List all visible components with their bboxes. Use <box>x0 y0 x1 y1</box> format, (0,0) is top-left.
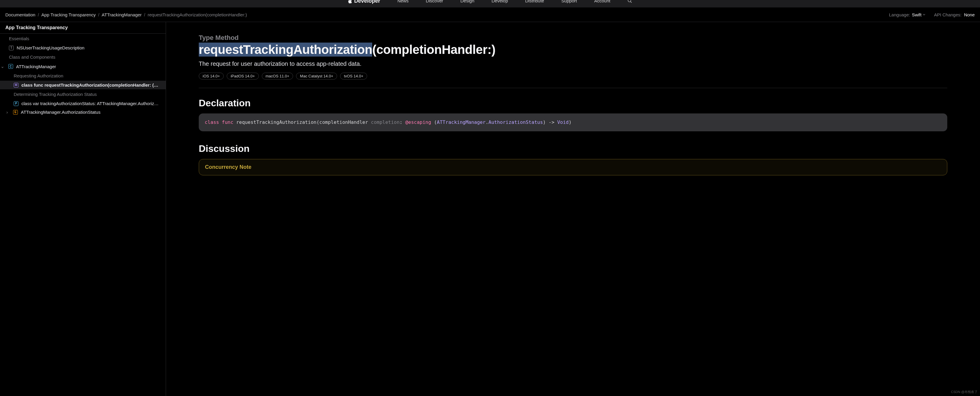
sidebar-section-determining: Determining Tracking Authorization Statu… <box>0 89 166 99</box>
sidebar-item-label: ATTrackingManager <box>16 64 56 69</box>
type-badge-icon: T <box>9 46 14 50</box>
property-badge-icon: P <box>14 101 18 106</box>
sidebar-item-label: NSUserTrackingUsageDescription <box>17 45 84 50</box>
sidebar-section-essentials: Essentials <box>0 34 166 43</box>
crumb-current: requestTrackingAuthorization(completionH… <box>148 12 247 17</box>
sidebar-item-label: class func requestTrackingAuthorization(… <box>21 83 161 88</box>
breadcrumb-separator: / <box>144 12 145 17</box>
sidebar: App Tracking Transparency Essentials T N… <box>0 22 166 396</box>
title-rest: (completionHandler:) <box>372 43 495 57</box>
breadcrumb-separator: / <box>38 12 39 17</box>
language-value: Swift <box>912 12 926 17</box>
brand-home[interactable]: Developer <box>348 0 380 4</box>
platform-pill: Mac Catalyst 14.0+ <box>296 73 337 80</box>
crumb-framework[interactable]: App Tracking Transparency <box>41 12 96 17</box>
method-badge-icon: M <box>14 83 18 88</box>
platform-pill: iPadOS 14.0+ <box>227 73 259 80</box>
declaration-code: class func requestTrackingAuthorization(… <box>199 113 947 131</box>
sub-bar: Documentation / App Tracking Transparenc… <box>0 8 980 22</box>
page-title: requestTrackingAuthorization(completionH… <box>199 43 947 56</box>
chevron-down-icon: ⌄ <box>1 64 4 69</box>
sub-bar-right: Language: Swift API Changes: None <box>889 12 975 17</box>
apple-logo-icon <box>348 0 353 3</box>
content: Type Method requestTrackingAuthorization… <box>166 22 980 396</box>
nav-support[interactable]: Support <box>562 0 577 3</box>
crumb-documentation[interactable]: Documentation <box>5 12 35 17</box>
api-changes: API Changes: None <box>934 12 975 17</box>
title-highlighted: requestTrackingAuthorization <box>199 43 372 57</box>
nav-news[interactable]: News <box>398 0 409 3</box>
concurrency-note-callout: Concurrency Note <box>199 159 947 176</box>
discussion-heading: Discussion <box>199 143 947 154</box>
global-nav: Developer News Discover Design Develop D… <box>0 0 980 8</box>
sidebar-section-class-components: Class and Components <box>0 52 166 62</box>
brand-label: Developer <box>354 0 380 4</box>
sidebar-item-attrackingmanager[interactable]: ⌄ C ATTrackingManager <box>0 62 166 71</box>
platform-pill: macOS 11.0+ <box>262 73 293 80</box>
sidebar-item-request-tracking-auth[interactable]: M class func requestTrackingAuthorizatio… <box>0 81 166 89</box>
api-changes-label: API Changes: <box>934 12 962 17</box>
watermark: CSDN @布熊夜了 <box>951 390 978 394</box>
svg-line-1 <box>630 2 632 3</box>
nav-distribute[interactable]: Distribute <box>525 0 544 3</box>
platform-pill: tvOS 14.0+ <box>340 73 367 80</box>
sidebar-item-usage-description[interactable]: T NSUserTrackingUsageDescription <box>0 43 166 52</box>
language-label: Language: <box>889 12 910 17</box>
main-split: App Tracking Transparency Essentials T N… <box>0 22 980 396</box>
api-changes-value: None <box>964 12 975 17</box>
search-icon[interactable] <box>627 0 632 4</box>
chevron-right-icon: › <box>5 110 9 115</box>
class-badge-icon: C <box>8 64 13 69</box>
nav-discover[interactable]: Discover <box>426 0 443 3</box>
enum-badge-icon: E <box>13 110 18 115</box>
sidebar-item-tracking-status-prop[interactable]: P class var trackingAuthorizationStatus:… <box>0 99 166 108</box>
sidebar-item-label: ATTrackingManager.AuthorizationStatus <box>21 110 100 115</box>
abstract: The request for user authorization to ac… <box>199 61 947 67</box>
symbol-kind-eyebrow: Type Method <box>199 34 947 42</box>
sidebar-item-label: class var trackingAuthorizationStatus: A… <box>21 101 161 106</box>
breadcrumb: Documentation / App Tracking Transparenc… <box>5 12 247 17</box>
chevron-down-icon <box>923 13 926 16</box>
sidebar-section-requesting: Requesting Authorization <box>0 71 166 81</box>
nav-develop[interactable]: Develop <box>492 0 508 3</box>
crumb-class[interactable]: ATTrackingManager <box>102 12 142 17</box>
sidebar-item-authorization-status-enum[interactable]: › E ATTrackingManager.AuthorizationStatu… <box>0 108 166 117</box>
declaration-heading: Declaration <box>199 97 947 109</box>
platform-availability: iOS 14.0+ iPadOS 14.0+ macOS 11.0+ Mac C… <box>199 73 947 80</box>
language-picker[interactable]: Language: Swift <box>889 12 926 17</box>
callout-title: Concurrency Note <box>205 164 941 170</box>
nav-account[interactable]: Account <box>594 0 610 3</box>
platform-pill: iOS 14.0+ <box>199 73 224 80</box>
sidebar-title: App Tracking Transparency <box>0 22 166 34</box>
nav-design[interactable]: Design <box>461 0 474 3</box>
breadcrumb-separator: / <box>98 12 99 17</box>
